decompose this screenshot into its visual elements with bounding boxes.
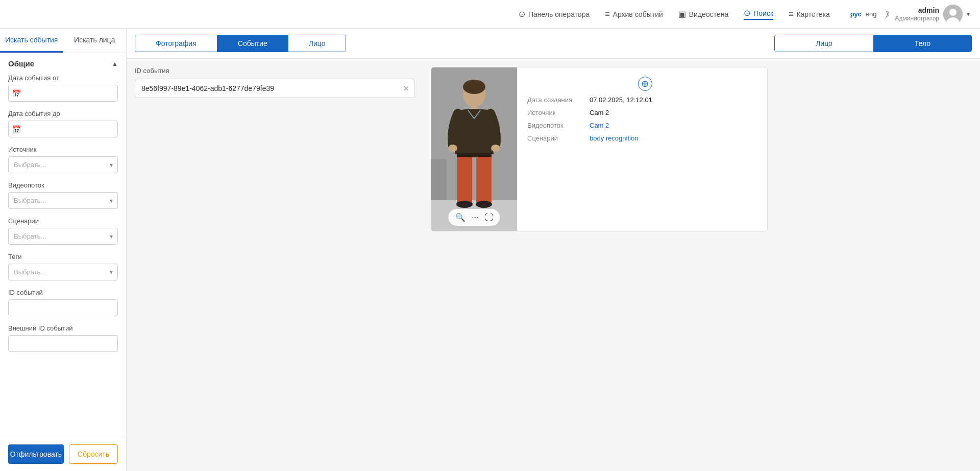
date-row: Дата создания 07.02.2025, 12:12:01: [527, 96, 652, 104]
result-tab-body[interactable]: Тело: [874, 35, 971, 52]
main-layout: Искать события Искать лица Общие ▲ Дата …: [0, 29, 980, 471]
user-role: Администратор: [895, 15, 939, 23]
search-tab-group: Фотография Событие Лицо: [135, 35, 346, 52]
stream-row: Видеопоток Cam 2: [527, 122, 652, 129]
avatar: [943, 5, 963, 24]
result-card: 🔍 ··· ⛶ ⊕ Дата создания 07.02.2025, 12:1…: [431, 67, 768, 231]
tab-event[interactable]: Событие: [217, 35, 288, 52]
person-image: 🔍 ··· ⛶: [431, 67, 517, 231]
topnav-right: рус eng ☽ admin Администратор ▾: [850, 5, 970, 24]
scenario-key: Сценарий: [527, 134, 583, 142]
svg-rect-11: [457, 157, 472, 203]
date-key: Дата создания: [527, 96, 583, 104]
result-tab-face[interactable]: Лицо: [775, 35, 874, 52]
event-id-sidebar-input[interactable]: [8, 299, 118, 316]
result-info: ⊕ Дата создания 07.02.2025, 12:12:01 Ист…: [517, 67, 663, 231]
svg-rect-12: [476, 157, 492, 203]
nav-videowall-label: Видеостена: [689, 10, 728, 18]
nav-operator-label: Панель оператора: [528, 10, 590, 18]
search-nav-icon: ⊙: [744, 8, 750, 18]
scenario-group: Сценарии Выбрать... ▾: [8, 217, 118, 245]
lang-switch: рус eng: [850, 10, 877, 18]
event-id-sidebar-group: ID событий: [8, 289, 118, 316]
svg-rect-15: [431, 159, 447, 200]
more-options-button[interactable]: ···: [471, 212, 479, 223]
date-from-input-wrap: 📅: [8, 85, 118, 102]
source-key: Источник: [527, 109, 583, 116]
user-text: admin Администратор: [895, 6, 939, 23]
add-button[interactable]: ⊕: [638, 77, 652, 91]
lang-ru[interactable]: рус: [850, 10, 862, 18]
event-id-label: ID события: [135, 67, 414, 75]
videostream-select-wrap: Выбрать... ▾: [8, 192, 118, 209]
date-from-label: Дата события от: [8, 74, 118, 82]
reset-button[interactable]: Сбросить: [69, 444, 118, 464]
nav-operator[interactable]: ⊙ Панель оператора: [519, 9, 590, 19]
nav-archive[interactable]: ≡ Архив событий: [605, 10, 663, 19]
videostream-label: Видеопоток: [8, 181, 118, 189]
nav-archive-label: Архив событий: [613, 10, 663, 18]
nav-videowall[interactable]: ▣ Видеостена: [678, 9, 728, 19]
date-from-input[interactable]: [8, 85, 118, 102]
videostream-group: Видеопоток Выбрать... ▾: [8, 181, 118, 209]
sidebar: Искать события Искать лица Общие ▲ Дата …: [0, 29, 127, 471]
section-general-title: Общие: [8, 59, 34, 68]
zoom-in-button[interactable]: 🔍: [454, 211, 467, 223]
tab-photo[interactable]: Фотография: [135, 35, 217, 52]
videostream-select[interactable]: Выбрать...: [8, 192, 118, 209]
search-content: ID события ✕: [127, 59, 980, 471]
svg-point-14: [476, 201, 492, 208]
tags-select[interactable]: Выбрать...: [8, 264, 118, 280]
external-id-group: Внешний ID событий: [8, 324, 118, 352]
videowall-icon: ▣: [678, 9, 686, 19]
tab-search-faces[interactable]: Искать лица: [63, 29, 127, 53]
sidebar-footer: Отфильтровать Сбросить: [0, 437, 126, 471]
event-id-input-wrap: ✕: [135, 79, 414, 98]
top-navigation: ⊙ Панель оператора ≡ Архив событий ▣ Вид…: [0, 0, 980, 29]
date-to-input-wrap: 📅: [8, 121, 118, 137]
image-controls: 🔍 ··· ⛶: [448, 209, 500, 226]
tags-select-wrap: Выбрать... ▾: [8, 264, 118, 280]
svg-point-13: [456, 201, 473, 208]
calendar-icon-from: 📅: [12, 89, 21, 98]
stream-key: Видеопоток: [527, 122, 583, 129]
filter-button[interactable]: Отфильтровать: [8, 444, 64, 464]
external-id-input[interactable]: [8, 335, 118, 352]
svg-point-8: [448, 145, 457, 152]
source-select-wrap: Выбрать... ▾: [8, 156, 118, 173]
nav-search[interactable]: ⊙ Поиск: [744, 8, 773, 20]
date-to-input[interactable]: [8, 121, 118, 137]
sidebar-content: Общие ▲ Дата события от 📅 Дата события д…: [0, 53, 126, 437]
source-group: Источник Выбрать... ▾: [8, 146, 118, 173]
nav-search-label: Поиск: [753, 9, 773, 17]
tab-face[interactable]: Лицо: [288, 35, 346, 52]
cardfile-icon: ≡: [789, 10, 793, 19]
date-from-group: Дата события от 📅: [8, 74, 118, 102]
source-select[interactable]: Выбрать...: [8, 156, 118, 173]
external-id-label: Внешний ID событий: [8, 324, 118, 332]
search-tabs-row: Фотография Событие Лицо Лицо Тело: [127, 29, 980, 59]
user-chevron-icon: ▾: [967, 11, 970, 18]
section-general-header[interactable]: Общие ▲: [8, 59, 118, 68]
date-val: 07.02.2025, 12:12:01: [590, 96, 652, 104]
tab-search-events[interactable]: Искать события: [0, 29, 63, 53]
expand-button[interactable]: ⛶: [484, 212, 494, 223]
date-to-label: Дата события до: [8, 110, 118, 117]
event-id-input[interactable]: [135, 79, 414, 98]
event-id-sidebar-label: ID событий: [8, 289, 118, 296]
stream-val[interactable]: Cam 2: [590, 122, 609, 129]
lang-en[interactable]: eng: [866, 10, 877, 18]
user-name: admin: [895, 6, 939, 15]
theme-toggle-icon[interactable]: ☽: [881, 9, 890, 20]
tags-group: Теги Выбрать... ▾: [8, 253, 118, 280]
svg-point-9: [491, 145, 500, 152]
source-val: Cam 2: [590, 109, 609, 116]
event-id-clear-icon[interactable]: ✕: [403, 84, 409, 93]
user-info[interactable]: admin Администратор ▾: [895, 5, 970, 24]
nav-cardfile[interactable]: ≡ Картотека: [789, 10, 830, 19]
scenario-select[interactable]: Выбрать...: [8, 228, 118, 245]
section-chevron-icon: ▲: [112, 60, 118, 67]
scenario-val: body recognition: [590, 134, 638, 142]
tags-label: Теги: [8, 253, 118, 261]
avatar-svg: [943, 5, 963, 24]
